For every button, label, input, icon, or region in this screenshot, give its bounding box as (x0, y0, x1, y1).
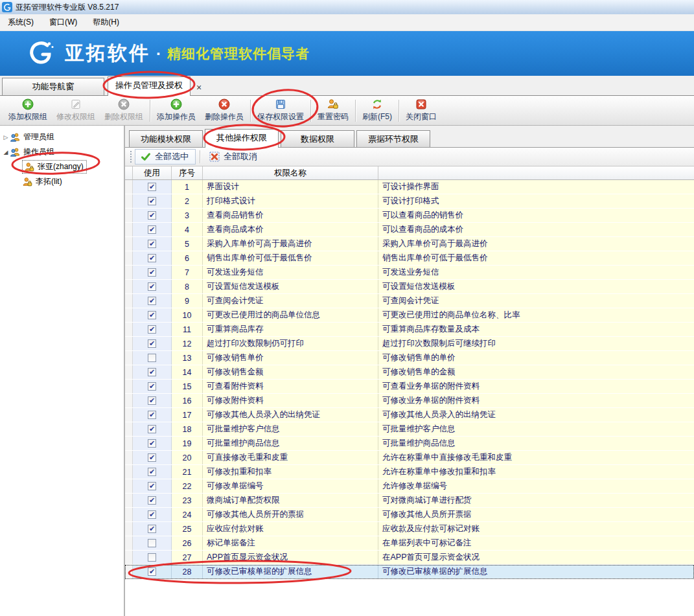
table-row[interactable]: ✔ 14 可修改销售金额 可修改销售单的金额 (125, 365, 694, 380)
row-checkbox[interactable]: ✔ (148, 468, 156, 476)
row-use-cell: ✔ (133, 266, 172, 279)
table-row[interactable]: ✔ 8 可设置短信发送模板 可设置短信发送模板 (125, 280, 694, 294)
table-row[interactable]: ✔ 15 可查看附件资料 可查看业务单据的附件资料 (125, 380, 694, 394)
row-checkbox[interactable]: ✔ (148, 225, 156, 234)
close-window-button[interactable]: 关闭窗口 (401, 98, 441, 123)
save-permission-settings-button[interactable]: 保存权限设置 (253, 98, 308, 123)
row-checkbox[interactable]: ✔ (148, 297, 156, 305)
toolbar-grip-handle[interactable] (130, 150, 132, 163)
table-row[interactable]: ✔ 12 超过打印次数限制仍可打印 超过打印次数限制后可继续打印 (125, 337, 694, 351)
table-row[interactable]: ✔ 23 微商城订单配货权限 可对微商城订单进行配货 (125, 494, 694, 508)
chevron-collapsed-icon[interactable]: ▷ (2, 134, 10, 141)
tab-close-icon[interactable]: × (196, 83, 202, 92)
tree-item-zhangy[interactable]: 张亚(zhangy) (0, 159, 124, 174)
row-checkbox[interactable]: ✔ (148, 425, 156, 433)
row-checkbox[interactable]: ✔ (148, 254, 156, 262)
button-label: 添加权限组 (8, 111, 47, 122)
row-use-cell (133, 551, 172, 564)
tab-module-permissions[interactable]: 功能模块权限 (129, 130, 203, 147)
menu-window[interactable]: 窗口(W) (41, 16, 85, 29)
deselect-all-button[interactable]: 全部取消 (204, 150, 264, 164)
header-use[interactable]: 使用 (133, 166, 172, 179)
table-row[interactable]: ✔ 3 查看商品销售价 可以查看商品的销售价 (125, 209, 694, 223)
row-checkbox[interactable]: ✔ (148, 396, 156, 405)
row-checkbox[interactable]: ✔ (148, 368, 156, 376)
add-permission-group-button[interactable]: 添加权限组 (4, 98, 52, 123)
menu-help[interactable]: 帮助(H) (85, 16, 127, 29)
toolbar-separator (200, 150, 200, 163)
row-checkbox[interactable] (148, 539, 156, 547)
chevron-expanded-icon[interactable]: ◢ (2, 149, 10, 155)
table-row[interactable]: 13 可修改销售单价 可修改销售单的单价 (125, 351, 694, 365)
row-indicator (125, 394, 133, 407)
row-checkbox[interactable]: ✔ (148, 411, 156, 419)
row-checkbox[interactable]: ✔ (148, 183, 156, 191)
table-row[interactable]: ✔ 6 销售出库单价可低于最低售价 销售出库单价可低于最低售价 (125, 251, 694, 266)
row-checkbox[interactable]: ✔ (148, 439, 156, 448)
header-description[interactable] (378, 166, 694, 179)
table-row[interactable]: ✔ 4 查看商品成本价 可以查看商品的成本价 (125, 223, 694, 237)
row-checkbox[interactable]: ✔ (148, 510, 156, 519)
tab-operator-management[interactable]: 操作员管理及授权 (108, 76, 191, 96)
table-row[interactable]: 26 标记单据备注 在单据列表中可标记备注 (125, 536, 694, 551)
table-row[interactable]: ✔ 25 应收应付款对账 应收款及应付款可标记对账 (125, 522, 694, 536)
table-row[interactable]: ✔ 9 可查阅会计凭证 可查阅会计凭证 (125, 294, 694, 308)
row-checkbox[interactable]: ✔ (148, 240, 156, 248)
table-row[interactable]: ✔ 10 可更改已使用过的商品单位信息 可更改已使用过的商品单位名称、比率 (125, 308, 694, 323)
table-row[interactable]: ✔ 18 可批量维护客户信息 可批量维护客户信息 (125, 422, 694, 437)
reset-password-button[interactable]: 重置密码 (313, 98, 353, 123)
table-row[interactable]: ✔ 20 可直接修改毛重和皮重 允许在称重单中直接修改毛重和皮重 (125, 451, 694, 465)
table-row[interactable]: ✔ 5 采购入库单价可高于最高进价 采购入库单价可高于最高进价 (125, 237, 694, 251)
row-indicator (125, 465, 133, 479)
row-checkbox[interactable]: ✔ (148, 268, 156, 277)
add-operator-button[interactable]: 添加操作员 (152, 98, 200, 123)
row-checkbox[interactable]: ✔ (148, 525, 156, 533)
row-checkbox[interactable]: ✔ (148, 482, 156, 490)
header-permission-name[interactable]: 权限名称 (203, 166, 378, 179)
table-row[interactable]: ✔ 1 界面设计 可设计操作界面 (125, 180, 694, 194)
tab-other-permissions[interactable]: 其他操作权限 (205, 129, 279, 148)
row-checkbox[interactable]: ✔ (148, 339, 156, 348)
row-checkbox[interactable]: ✔ (148, 567, 156, 576)
tab-ticket-permissions[interactable]: 票据环节权限 (356, 130, 430, 147)
table-row[interactable]: ✔ 16 可修改附件资料 可修改业务单据的附件资料 (125, 394, 694, 408)
table-row[interactable]: ✔ 17 可修改其他人员录入的出纳凭证 可修改其他人员录入的出纳凭证 (125, 408, 694, 422)
select-all-button[interactable]: 全部选中 (135, 149, 196, 165)
row-use-cell: ✔ (133, 437, 172, 450)
tree-group-operators[interactable]: ◢ 操作员组 (0, 144, 124, 159)
menu-system[interactable]: 系统(S) (0, 16, 41, 29)
row-permission-name: 可重算商品库存 (203, 323, 378, 336)
row-checkbox[interactable]: ✔ (148, 325, 156, 334)
row-checkbox[interactable]: ✔ (148, 382, 156, 391)
button-label: 删除操作员 (205, 111, 244, 122)
row-checkbox[interactable]: ✔ (148, 282, 156, 291)
row-checkbox[interactable]: ✔ (148, 197, 156, 205)
row-checkbox[interactable] (148, 354, 156, 362)
refresh-button[interactable]: 刷新(F5) (358, 98, 397, 123)
delete-operator-button[interactable]: 删除操作员 (200, 98, 248, 123)
row-sequence-number: 22 (172, 479, 203, 493)
table-row[interactable]: ✔ 21 可修改扣重和扣率 允许在称重单中修改扣重和扣率 (125, 465, 694, 479)
table-row[interactable]: ✔ 22 可修改单据编号 允许修改单据编号 (125, 479, 694, 494)
row-checkbox[interactable] (148, 553, 156, 562)
tree-group-admins[interactable]: ▷ 管理员组 (0, 130, 124, 144)
operator-tree-panel: ▷ 管理员组 ◢ 操作员组 张亚(zhangy) 李拓(lit) (0, 126, 125, 616)
header-seq[interactable]: 序号 (172, 166, 203, 179)
table-row[interactable]: ✔ 2 打印格式设计 可设计打印格式 (125, 194, 694, 209)
tree-item-lit[interactable]: 李拓(lit) (0, 174, 124, 189)
row-checkbox[interactable]: ✔ (148, 453, 156, 462)
row-permission-name: 可修改销售金额 (203, 365, 378, 379)
row-checkbox[interactable]: ✔ (148, 496, 156, 505)
table-row[interactable]: ✔ 7 可发送业务短信 可发送业务短信 (125, 266, 694, 280)
tab-function-navigator[interactable]: 功能导航窗 (2, 78, 104, 95)
table-row[interactable]: ✔ 28 可修改已审核单据的扩展信息 可修改已审核单据的扩展信息 (125, 565, 694, 579)
table-row[interactable]: 27 APP首页显示资金状况 在APP首页可显示资金状况 (125, 551, 694, 565)
row-permission-description: 允许修改单据编号 (378, 479, 694, 493)
table-row[interactable]: ✔ 11 可重算商品库存 可重算商品库存数量及成本 (125, 323, 694, 337)
row-checkbox[interactable]: ✔ (148, 211, 156, 220)
row-checkbox[interactable]: ✔ (148, 311, 156, 319)
tree-item-selected-box[interactable]: 张亚(zhangy) (22, 160, 87, 174)
tab-data-permissions[interactable]: 数据权限 (281, 130, 354, 147)
table-row[interactable]: ✔ 24 可修改其他人员所开的票据 可修改其他人员所开票据 (125, 508, 694, 522)
table-row[interactable]: ✔ 19 可批量维护商品信息 可批量维护商品信息 (125, 437, 694, 451)
